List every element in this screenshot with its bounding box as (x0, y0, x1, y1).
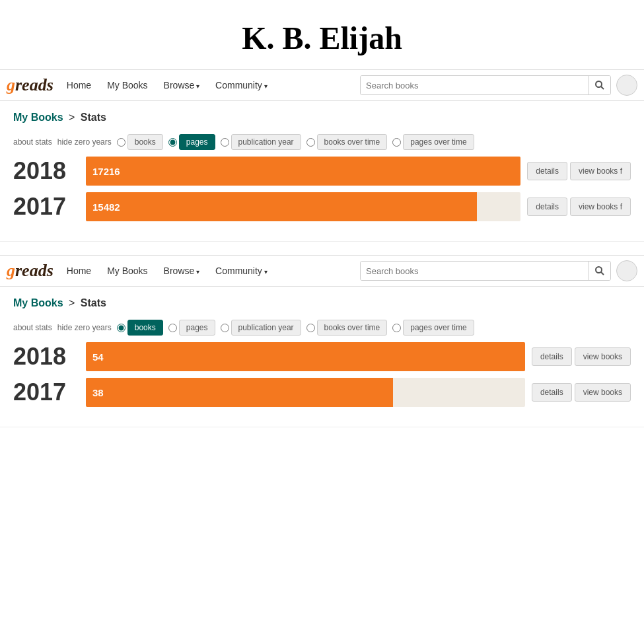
radio-pagesovertime-2[interactable]: pages over time (392, 320, 474, 336)
logo-1[interactable]: greads (7, 75, 54, 95)
radio-pubyear-input-1[interactable] (221, 138, 229, 147)
profile-icon-2[interactable] (616, 260, 637, 281)
svg-point-0 (596, 81, 602, 87)
radio-booksovertime-2[interactable]: books over time (306, 320, 388, 336)
radio-pagesovertime-1[interactable]: pages over time (392, 134, 474, 150)
booksovertime-pill-2: books over time (317, 320, 388, 336)
nav-community-2[interactable]: Community (209, 266, 274, 276)
logo-2[interactable]: greads (7, 261, 54, 281)
radio-pages-1[interactable]: pages (168, 134, 215, 150)
bar-container-2017-1: 15482 (86, 192, 520, 221)
stats-section-1: My Books > Stats about stats hide zero y… (0, 101, 644, 242)
nav-community-1[interactable]: Community (209, 80, 274, 90)
pagesovertime-pill-1: pages over time (403, 134, 474, 150)
breadcrumb-mybooks-1[interactable]: My Books (13, 112, 63, 123)
search-input-2[interactable] (361, 262, 589, 280)
pages-pill-2: pages (179, 320, 215, 336)
bar-fill-2017-2: 38 (86, 378, 393, 407)
breadcrumb-sep-2: > (69, 297, 75, 308)
bar-container-2017-2: 38 (86, 378, 525, 407)
search-icon-1 (594, 80, 605, 90)
filter-bar-2: about stats hide zero years books pages … (0, 317, 644, 342)
bar-fill-2018-2: 54 (86, 342, 525, 371)
radio-booksovertime-input-2[interactable] (306, 324, 315, 332)
breadcrumb-stats-2: Stats (81, 297, 106, 308)
radio-pages-input-2[interactable] (168, 324, 177, 332)
nav-links-1: Home My Books Browse Community (60, 80, 360, 90)
stat-row-2018-2: 2018 54 details view books (13, 342, 631, 371)
svg-point-2 (596, 267, 602, 273)
radio-pagesovertime-input-1[interactable] (392, 138, 401, 147)
search-input-1[interactable] (361, 76, 589, 94)
nav-home-1[interactable]: Home (60, 80, 98, 90)
radio-pages-input-1[interactable] (168, 138, 177, 147)
nav-browse-2[interactable]: Browse (157, 266, 206, 276)
radio-pages-2[interactable]: pages (168, 320, 215, 336)
pages-pill-1: pages (179, 134, 215, 150)
stats-section-2: My Books > Stats about stats hide zero y… (0, 287, 644, 427)
stat-row-2018-1: 2018 17216 details view books f (13, 157, 631, 186)
radio-pubyear-input-2[interactable] (221, 324, 229, 332)
stat-row-2017-2: 2017 38 details view books (13, 378, 631, 407)
viewbooks-btn-2017-1[interactable]: view books f (570, 197, 631, 216)
stats-rows-2: 2018 54 details view books 2017 38 detai… (0, 342, 644, 407)
bar-buttons-2017-1: details view books f (527, 197, 631, 216)
radio-books-2[interactable]: books (117, 320, 163, 336)
bar-container-2018-1: 17216 (86, 157, 520, 186)
radio-books-1[interactable]: books (117, 134, 163, 150)
year-2018-2: 2018 (13, 343, 79, 371)
pagesovertime-pill-2: pages over time (403, 320, 474, 336)
year-2017-2: 2017 (13, 378, 79, 406)
pubyear-pill-1: publication year (231, 134, 301, 150)
stat-row-2017-1: 2017 15482 details view books f (13, 192, 631, 221)
search-button-2[interactable] (589, 262, 610, 280)
radio-pubyear-2[interactable]: publication year (221, 320, 301, 336)
pubyear-pill-2: publication year (231, 320, 301, 336)
radio-pubyear-1[interactable]: publication year (221, 134, 301, 150)
page-title: K. B. Elijah (0, 0, 644, 69)
bar-buttons-2018-2: details view books (532, 347, 631, 366)
radio-booksovertime-1[interactable]: books over time (306, 134, 388, 150)
radio-pagesovertime-input-2[interactable] (392, 324, 401, 332)
bar-fill-2017-1: 15482 (86, 192, 477, 221)
about-stats-label-1[interactable]: about stats (13, 137, 52, 147)
nav-home-2[interactable]: Home (60, 266, 98, 276)
breadcrumb-1: My Books > Stats (0, 101, 644, 131)
bar-fill-2018-1: 17216 (86, 157, 520, 186)
viewbooks-btn-2017-2[interactable]: view books (575, 383, 631, 402)
profile-icon-1[interactable] (616, 75, 637, 96)
year-2018-1: 2018 (13, 157, 79, 185)
details-btn-2017-1[interactable]: details (527, 197, 567, 216)
radio-books-input-1[interactable] (117, 138, 125, 147)
books-pill-2: books (127, 320, 163, 336)
viewbooks-btn-2018-1[interactable]: view books f (570, 162, 631, 180)
breadcrumb-mybooks-2[interactable]: My Books (13, 297, 63, 308)
bar-value-2017-2: 38 (92, 387, 104, 398)
bar-value-2018-1: 17216 (92, 166, 120, 177)
books-pill-1: books (127, 134, 163, 150)
breadcrumb-sep-1: > (69, 112, 75, 123)
hide-zero-label-2[interactable]: hide zero years (57, 323, 112, 332)
about-stats-label-2[interactable]: about stats (13, 323, 52, 332)
bar-buttons-2018-1: details view books f (527, 162, 631, 180)
bar-container-2018-2: 54 (86, 342, 525, 371)
nav-links-2: Home My Books Browse Community (60, 266, 360, 276)
breadcrumb-stats-1: Stats (81, 112, 106, 123)
radio-booksovertime-input-1[interactable] (306, 138, 315, 147)
details-btn-2018-2[interactable]: details (532, 347, 572, 366)
search-button-1[interactable] (589, 76, 610, 94)
hide-zero-label-1[interactable]: hide zero years (57, 137, 112, 147)
search-box-2 (360, 261, 611, 281)
viewbooks-btn-2018-2[interactable]: view books (575, 347, 631, 366)
navbar-2: greads Home My Books Browse Community (0, 255, 644, 287)
details-btn-2018-1[interactable]: details (527, 162, 567, 180)
details-btn-2017-2[interactable]: details (532, 383, 572, 402)
stats-rows-1: 2018 17216 details view books f 2017 154… (0, 157, 644, 221)
nav-browse-1[interactable]: Browse (157, 80, 206, 90)
booksovertime-pill-1: books over time (317, 134, 388, 150)
nav-mybooks-2[interactable]: My Books (100, 266, 154, 276)
bar-buttons-2017-2: details view books (532, 383, 631, 402)
search-box-1 (360, 75, 611, 95)
nav-mybooks-1[interactable]: My Books (100, 80, 154, 90)
radio-books-input-2[interactable] (117, 324, 125, 332)
